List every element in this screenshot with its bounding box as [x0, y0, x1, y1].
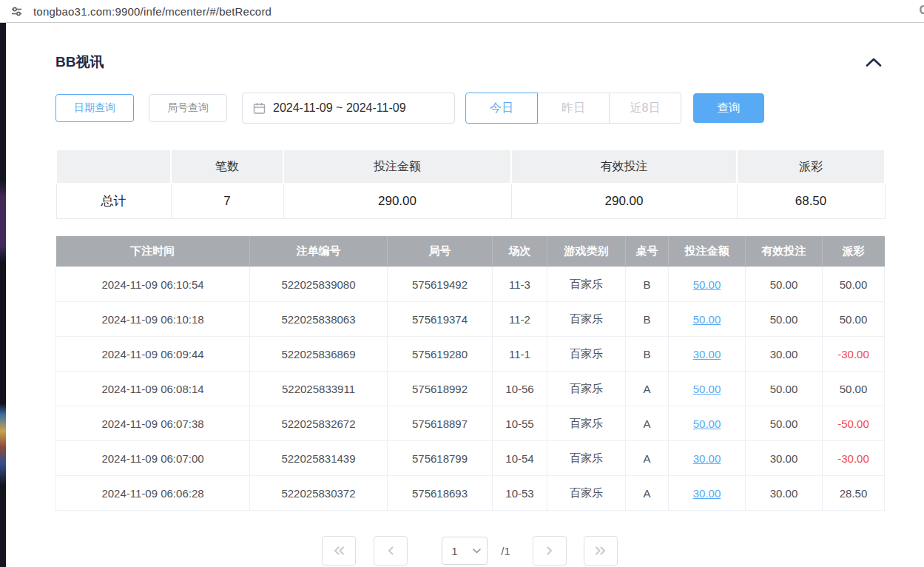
summary-total-label: 总计	[56, 184, 171, 218]
summary-header-row: 笔数 投注金额 有效投注 派彩	[56, 150, 885, 184]
next-page-icon	[545, 546, 554, 556]
bet-amount-cell: 50.00	[669, 302, 746, 337]
date-range-input[interactable]: 2024-11-09 ~ 2024-11-09	[242, 93, 455, 124]
bet-time-cell: 2024-11-09 06:10:18	[56, 302, 250, 337]
bet-id-cell: 522025831439	[250, 441, 388, 476]
payout-cell: 28.50	[823, 476, 885, 511]
page-select[interactable]: 1	[442, 537, 488, 565]
bet-amount-link[interactable]: 50.00	[693, 383, 721, 395]
browser-edge-partial-icon: C	[919, 4, 924, 17]
search-button[interactable]: 查询	[693, 93, 764, 123]
last-page-button[interactable]	[584, 536, 618, 566]
summary-header-bet-amount: 投注金额	[283, 150, 511, 184]
quick-today-button[interactable]: 今日	[465, 93, 538, 124]
table-no-cell: A	[626, 441, 669, 476]
bet-amount-link[interactable]: 50.00	[693, 278, 721, 291]
payout-cell: -30.00	[823, 337, 885, 372]
filter-row: 日期查询 局号查询 2024-11-09 ~ 2024-11-09 今日 昨日 …	[55, 93, 884, 124]
bet-amount-cell: 30.00	[669, 441, 746, 476]
bet-amount-link[interactable]: 50.00	[693, 417, 721, 430]
valid-bet-cell: 50.00	[746, 406, 823, 441]
game-type-cell: 百家乐	[547, 302, 626, 337]
bet-id-cell: 522025836869	[250, 337, 388, 372]
game-type-cell: 百家乐	[547, 476, 626, 511]
first-page-button[interactable]	[322, 536, 356, 566]
bet-time-cell: 2024-11-09 06:09:44	[56, 337, 250, 372]
browser-address-bar[interactable]: tongbao31.com:9900/infe/mcenter/#/betRec…	[0, 0, 924, 23]
header-table-no: 桌号	[626, 236, 669, 267]
round-id-cell: 575618799	[388, 441, 493, 476]
table-no-cell: B	[626, 337, 669, 372]
header-payout: 派彩	[823, 236, 885, 267]
last-page-icon	[594, 546, 607, 556]
summary-total-bet-amount: 290.00	[283, 184, 511, 218]
session-cell: 10-53	[493, 476, 547, 511]
bet-record-table: 下注时间 注单编号 局号 场次 游戏类别 桌号 投注金额 有效投注 派彩 202…	[55, 236, 885, 511]
game-type-cell: 百家乐	[547, 267, 626, 302]
bet-id-cell: 522025832672	[250, 406, 388, 441]
site-settings-icon[interactable]	[10, 5, 23, 18]
pagination: 1 /1	[55, 536, 884, 566]
bet-table-header-row: 下注时间 注单编号 局号 场次 游戏类别 桌号 投注金额 有效投注 派彩	[56, 236, 885, 267]
payout-cell: 50.00	[823, 302, 885, 337]
session-cell: 11-1	[493, 337, 547, 372]
game-type-cell: 百家乐	[547, 406, 626, 441]
valid-bet-cell: 30.00	[746, 476, 823, 511]
game-type-cell: 百家乐	[547, 372, 626, 406]
summary-total-payout: 68.50	[737, 184, 885, 218]
bet-id-cell: 522025839080	[250, 267, 388, 302]
caret-down-icon	[473, 548, 481, 554]
bet-amount-link[interactable]: 30.00	[693, 487, 721, 500]
round-id-cell: 575619492	[388, 267, 493, 302]
bet-amount-link[interactable]: 30.00	[693, 452, 721, 465]
panel-header: BB视讯	[55, 53, 884, 72]
header-valid-bet: 有效投注	[746, 236, 823, 267]
table-row: 2024-11-09 06:08:14522025833911575618992…	[56, 372, 885, 406]
payout-cell: -30.00	[823, 441, 885, 476]
session-cell: 10-54	[493, 441, 547, 476]
next-page-button[interactable]	[533, 536, 567, 566]
bet-amount-link[interactable]: 30.00	[693, 348, 721, 360]
summary-total-valid-bet: 290.00	[511, 184, 737, 218]
panel-title: BB视讯	[55, 53, 104, 72]
quick-filter-group: 今日 昨日 近8日	[465, 93, 681, 124]
round-id-cell: 575618693	[388, 476, 493, 511]
quick-yesterday-button[interactable]: 昨日	[537, 93, 610, 124]
quick-last8days-button[interactable]: 近8日	[609, 93, 681, 124]
bet-time-cell: 2024-11-09 06:08:14	[56, 372, 250, 406]
bet-id-cell: 522025838063	[250, 302, 388, 337]
game-type-cell: 百家乐	[547, 337, 626, 372]
table-no-cell: B	[626, 267, 669, 302]
valid-bet-cell: 30.00	[746, 337, 823, 372]
date-query-button[interactable]: 日期查询	[55, 94, 134, 122]
table-no-cell: A	[626, 372, 669, 406]
bet-time-cell: 2024-11-09 06:10:54	[56, 267, 250, 302]
bet-amount-link[interactable]: 50.00	[693, 313, 721, 326]
table-row: 2024-11-09 06:07:38522025832672575618897…	[56, 406, 885, 441]
bet-table-body: 2024-11-09 06:10:54522025839080575619492…	[56, 267, 885, 511]
table-row: 2024-11-09 06:10:18522025838063575619374…	[56, 302, 885, 337]
valid-bet-cell: 30.00	[746, 441, 823, 476]
payout-cell: 50.00	[823, 372, 885, 406]
round-query-button[interactable]: 局号查询	[149, 94, 227, 122]
first-page-icon	[333, 546, 345, 556]
header-bet-time: 下注时间	[56, 236, 250, 267]
bet-amount-cell: 50.00	[669, 267, 746, 302]
table-no-cell: A	[626, 476, 669, 511]
valid-bet-cell: 50.00	[746, 372, 823, 406]
url-text[interactable]: tongbao31.com:9900/infe/mcenter/#/betRec…	[33, 5, 272, 18]
round-id-cell: 575618992	[388, 372, 493, 406]
collapse-chevron-up-icon[interactable]	[863, 56, 884, 69]
prev-page-icon	[386, 546, 395, 556]
prev-page-button[interactable]	[374, 536, 408, 566]
summary-header-valid-bet: 有效投注	[511, 150, 737, 184]
payout-cell: 50.00	[823, 267, 885, 302]
bet-amount-cell: 50.00	[669, 406, 746, 441]
table-no-cell: B	[626, 302, 669, 337]
table-row: 2024-11-09 06:10:54522025839080575619492…	[56, 267, 885, 302]
background-window-strip	[0, 23, 6, 567]
bet-amount-cell: 50.00	[669, 372, 746, 406]
table-row: 2024-11-09 06:07:00522025831439575618799…	[56, 441, 885, 476]
date-range-value: 2024-11-09 ~ 2024-11-09	[273, 101, 406, 115]
bet-id-cell: 522025833911	[250, 372, 388, 406]
